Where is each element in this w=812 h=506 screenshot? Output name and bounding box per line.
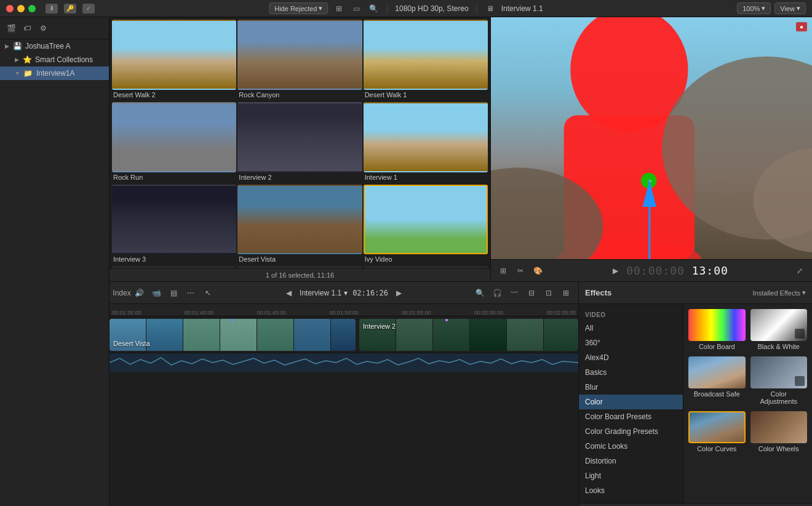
clip-label: Desert Vista: [237, 254, 362, 265]
list-item[interactable]: Interview 3: [112, 185, 236, 266]
list-item[interactable]: Ivy Video: [364, 185, 488, 266]
forward-icon[interactable]: ▶: [393, 287, 405, 299]
sidebar-item-interview[interactable]: ▼ 📁 Interview1A: [0, 66, 109, 80]
top-area: Desert Walk 2 Rock Canyon Desert Walk 1 …: [109, 17, 812, 282]
monitor-icon[interactable]: 🖥: [484, 2, 496, 15]
timeline-panel: Index 🔊 📹 ▤ ⋯ ↖ ◀ Interview 1.1 ▾ 02:16:…: [109, 282, 578, 506]
clip-appearance-icon[interactable]: ⊞: [497, 265, 509, 277]
hide-rejected-button[interactable]: Hide Rejected ▾: [269, 2, 328, 14]
expand-icon[interactable]: ⤢: [794, 265, 806, 277]
snapping-icon[interactable]: ⊞: [560, 287, 572, 299]
effect-card-color-curves[interactable]: Color Curves: [688, 411, 746, 454]
sidebar: 🎬 🏷 ⚙ ▶ 💾 JoshuaTree A ▶ ⭐ Smart Collect…: [0, 17, 109, 506]
key-icon[interactable]: 🔑: [64, 4, 76, 14]
list-item[interactable]: Interview 1: [364, 102, 488, 183]
list-item[interactable]: Desert Walk 1: [364, 20, 488, 101]
tag-icon[interactable]: 🏷: [21, 22, 33, 34]
clip-label: Ivy Video: [364, 254, 488, 265]
list-item[interactable]: Rock Run: [112, 102, 236, 183]
arrow-tool-icon[interactable]: ↖: [202, 287, 214, 299]
list-item[interactable]: Desert Walk 2: [112, 20, 236, 101]
clip-label: Interview 2: [237, 172, 362, 183]
browser-status: 1 of 16 selected, 11:16: [109, 268, 490, 281]
effect-thumbnail: [688, 309, 746, 341]
effects-item-distortion[interactable]: Distortion: [579, 454, 683, 468]
filmstrip-view-icon[interactable]: ⊞: [333, 2, 345, 15]
effects-item-color-board-presets[interactable]: Color Board Presets: [579, 409, 683, 424]
audio-track: [109, 353, 578, 372]
sidebar-item-smart-collections[interactable]: ▶ ⭐ Smart Collections: [0, 53, 109, 66]
clip-thumbnail: [237, 185, 362, 255]
effects-item-all[interactable]: All: [579, 321, 683, 335]
check-icon[interactable]: ✓: [82, 4, 95, 14]
effect-card-color-board[interactable]: Color Board: [688, 309, 746, 351]
clip-label: Rock Run: [112, 172, 236, 183]
effects-item-looks[interactable]: Looks: [579, 483, 683, 498]
clip-thumbnail: [112, 267, 236, 268]
main-layout: 🎬 🏷 ⚙ ▶ 💾 JoshuaTree A ▶ ⭐ Smart Collect…: [0, 17, 812, 506]
download-icon[interactable]: ⬇: [46, 4, 58, 14]
effects-item-alex4d[interactable]: Alex4D: [579, 350, 683, 365]
list-item[interactable]: Voiceover 2: [364, 267, 488, 268]
view-button[interactable]: View ▾: [774, 2, 806, 14]
installed-badge: Installed Effects ▾: [753, 289, 806, 297]
color-icon[interactable]: 🎨: [531, 265, 544, 277]
back-icon[interactable]: ◀: [282, 287, 295, 299]
zoom-button[interactable]: 100% ▾: [737, 2, 771, 14]
effect-label: Color Board: [688, 341, 746, 351]
clip-view-icon[interactable]: ▭: [350, 2, 362, 15]
frame: [507, 319, 544, 351]
effects-item-comic-looks[interactable]: Comic Looks: [579, 439, 683, 454]
roles-icon[interactable]: ▤: [167, 287, 180, 299]
effects-grid: Color Board Black & White: [683, 304, 812, 503]
index-button[interactable]: Index: [116, 287, 128, 299]
interview-2-clip[interactable]: Interview 2: [359, 319, 578, 351]
list-item[interactable]: Rock Canyon: [237, 20, 362, 101]
connection-marker2: [445, 319, 448, 321]
skimmer-icon[interactable]: ⊡: [543, 287, 555, 299]
effects-item-basics[interactable]: Basics: [579, 365, 683, 380]
fullscreen-button[interactable]: [28, 5, 36, 12]
effects-item-360[interactable]: 360°: [579, 335, 683, 350]
headphones-icon[interactable]: 🎧: [491, 287, 503, 299]
frame: [433, 319, 470, 351]
audio-icon[interactable]: 🔊: [133, 287, 145, 299]
waveform-icon[interactable]: 〰: [508, 287, 520, 299]
list-item[interactable]: Interview 2: [237, 102, 362, 183]
connections-icon[interactable]: ⊟: [525, 287, 538, 299]
person-svg: +: [491, 17, 812, 259]
desert-vista-clip[interactable]: Desert Vista: [109, 319, 356, 351]
close-button[interactable]: [6, 5, 14, 12]
trim-icon[interactable]: ✂: [514, 265, 527, 277]
effect-card-black-white[interactable]: Black & White: [750, 309, 808, 351]
search-icon[interactable]: 🔍: [367, 2, 380, 15]
effect-label: Color Curves: [688, 443, 746, 454]
library-icon[interactable]: 🎬: [5, 22, 17, 34]
effects-toolbar: Effects Installed Effects ▾: [579, 282, 812, 304]
effect-card-broadcast-safe[interactable]: Broadcast Safe: [688, 356, 746, 406]
list-item[interactable]: Interview Audio: [112, 267, 236, 268]
timeline-tracks: Desert Vista: [109, 316, 578, 506]
effects-item-blur[interactable]: Blur: [579, 380, 683, 395]
list-item[interactable]: Voiceover 1: [237, 267, 362, 268]
badge-icon: [795, 329, 805, 339]
list-item[interactable]: Desert Vista: [237, 185, 362, 266]
frame: [294, 319, 331, 351]
sidebar-item-library[interactable]: ▶ 💾 JoshuaTree A: [0, 39, 109, 53]
effect-thumbnail: [688, 411, 746, 443]
timeline-ruler: 00:01:35:00 00:01:40:00 00:01:45:00 00:0…: [109, 304, 578, 316]
settings-icon[interactable]: ⚙: [37, 22, 49, 34]
media-browser: Desert Walk 2 Rock Canyon Desert Walk 1 …: [109, 17, 491, 281]
play-button[interactable]: ▶: [609, 265, 621, 277]
effects-item-light[interactable]: Light: [579, 468, 683, 483]
effect-card-color-wheels[interactable]: Color Wheels: [750, 411, 808, 454]
effects-item-color[interactable]: Color: [579, 395, 683, 409]
more-icon[interactable]: ⋯: [185, 287, 197, 299]
zoom-icon[interactable]: 🔍: [474, 287, 486, 299]
preview-frame: + ●: [491, 17, 812, 259]
minimize-button[interactable]: [17, 5, 25, 12]
preview-controls: ⊞ ✂ 🎨 ▶ 00:00:00 13:00 ⤢: [491, 259, 812, 281]
effect-card-color-adjustments[interactable]: Color Adjustments: [750, 356, 808, 406]
video-icon[interactable]: 📹: [150, 287, 162, 299]
effects-item-color-grading-presets[interactable]: Color Grading Presets: [579, 424, 683, 439]
